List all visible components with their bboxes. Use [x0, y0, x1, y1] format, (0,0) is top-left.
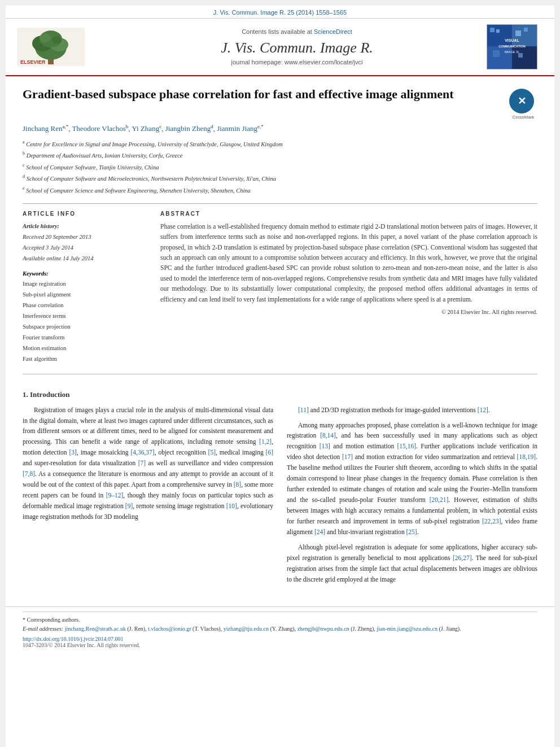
ref-6: [6]	[266, 449, 273, 456]
intro-col-left: Registration of images plays a crucial r…	[23, 405, 273, 590]
keyword-4: Interference terms	[23, 311, 147, 322]
ref-12: [12]	[478, 407, 488, 413]
ref-22-23: [22,23]	[482, 518, 501, 525]
author-1: Jinchang Ren	[23, 124, 62, 133]
ref-18-19: [18,19]	[517, 453, 536, 460]
homepage-text: journal homepage: www.elsevier.com/locat…	[231, 59, 363, 65]
crossmark-icon: ✕	[518, 95, 526, 107]
keyword-1: Image registration	[23, 279, 147, 290]
corner-visual-icon: VISUAL COMMUNICATION IMAGE R.	[487, 25, 537, 69]
journal-header: ELSEVIER Contents lists available at Sci…	[6, 19, 554, 76]
email-label: E-mail addresses:	[23, 626, 63, 632]
intro-body: Registration of images plays a crucial r…	[23, 405, 537, 590]
crossmark-label: CrossMark	[509, 115, 537, 120]
article-title: Gradient-based subspace phase correlatio…	[23, 86, 485, 103]
ref-24: [24]	[314, 528, 325, 535]
article-info-col: ARTICLE INFO Article history: Received 2…	[23, 211, 147, 365]
author-4: Jiangbin Zheng	[165, 124, 211, 133]
abstract-text: Phase correlation is a well-established …	[160, 221, 537, 304]
elsevier-tree-icon: ELSEVIER	[17, 28, 85, 66]
ref-1-2: [1,2]	[259, 438, 272, 445]
journal-citation: J. Vis. Commun. Image R. 25 (2014) 1558–…	[213, 9, 347, 16]
article-info-abstract-section: ARTICLE INFO Article history: Received 2…	[23, 203, 537, 365]
history-title: Article history:	[23, 221, 147, 232]
ref-8-14: [8,14]	[320, 432, 336, 439]
crossmark-badge[interactable]: ✕ CrossMark	[509, 89, 537, 117]
ref-10: [10]	[226, 503, 237, 509]
keyword-7: Motion estimation	[23, 343, 147, 354]
keywords-title: Keywords:	[23, 270, 147, 277]
ref-13: [13]	[320, 443, 330, 449]
email-note: E-mail addresses: jinchang.Ren@strath.ac…	[23, 624, 537, 634]
abstract-heading: ABSTRACT	[160, 211, 537, 217]
article-content: Gradient-based subspace phase correlatio…	[6, 76, 554, 601]
abstract-col: ABSTRACT Phase correlation is a well-est…	[160, 211, 537, 365]
ref-26-27: [26,27]	[453, 554, 472, 561]
keyword-5: Subspace projection	[23, 322, 147, 333]
intro-text-left: Registration of images plays a crucial r…	[23, 405, 273, 523]
keyword-2: Sub-pixel alignment	[23, 290, 147, 300]
received-date: Received 20 September 2013	[23, 232, 147, 243]
journal-title: J. Vis. Commun. Image R.	[107, 40, 487, 56]
author-4-sup: d	[211, 124, 213, 129]
accepted-date: Accepted 3 July 2014	[23, 243, 147, 254]
ref-4-36-37: [4,36,37]	[130, 449, 154, 456]
svg-rect-14	[490, 28, 495, 32]
available-date: Available online 14 July 2014	[23, 254, 147, 264]
ref-17: [17]	[342, 453, 353, 460]
authors-line: Jinchang Rena,*, Theodore Vlachosb, Yi Z…	[23, 123, 537, 135]
affiliation-b: b Department of Audiovisual Arts, Ionian…	[23, 150, 537, 160]
email-yizhang[interactable]: yizhang@tju.edu.cn	[224, 626, 269, 632]
abstract-copyright: © 2014 Elsevier Inc. All rights reserved…	[160, 309, 537, 315]
affiliation-e: e School of Computer Science and Softwar…	[23, 185, 537, 195]
svg-rect-17	[524, 28, 528, 32]
affiliations: a Centre for Excellence in Signal and Im…	[23, 138, 537, 195]
footer: * Corresponding authors. E-mail addresse…	[6, 606, 554, 654]
email-zheng[interactable]: zhengjb@nwpu.edu.cn	[298, 626, 349, 632]
affiliation-d: d School of Computer Software and Microe…	[23, 173, 537, 184]
email-jinchang[interactable]: jinchang.Ren@strath.ac.uk	[65, 626, 126, 632]
ref-20-21: [20,21]	[430, 496, 449, 503]
author-3: Yi Zhang	[132, 124, 159, 133]
svg-rect-15	[496, 29, 500, 33]
intro-para-right-1: [11] and 2D/3D registration methods for …	[287, 405, 537, 416]
article-info-heading: ARTICLE INFO	[23, 211, 147, 217]
author-2-sup: b	[126, 124, 129, 129]
section-number: 1. Introduction	[23, 390, 70, 399]
intro-para-left: Registration of images plays a crucial r…	[23, 405, 273, 523]
ref-9-12: [9–12]	[106, 492, 124, 499]
affiliation-a: a Centre for Excellence in Signal and Im…	[23, 138, 537, 149]
svg-text:VISUAL: VISUAL	[505, 38, 519, 42]
ref-25: [25]	[406, 528, 417, 535]
intro-para-right-2: Among many approaches proposed, phase co…	[287, 420, 537, 538]
svg-rect-13	[512, 46, 537, 69]
svg-rect-12	[487, 46, 512, 69]
article-history: Article history: Received 20 September 2…	[23, 221, 147, 264]
ref-15-16: [15,16]	[397, 443, 417, 449]
email-vlachos[interactable]: t.vlachos@ionio.gr	[148, 626, 191, 632]
journal-homepage: journal homepage: www.elsevier.com/locat…	[107, 59, 487, 65]
email-jiang[interactable]: jian-min.jiang@szu.edu.cn	[377, 626, 438, 632]
intro-text-right: [11] and 2D/3D registration methods for …	[287, 405, 537, 586]
author-3-sup: c	[159, 124, 161, 129]
author-5-sup: e,*	[257, 124, 264, 129]
journal-header-center: Contents lists available at ScienceDirec…	[107, 28, 487, 65]
elsevier-logo-area: ELSEVIER	[17, 28, 107, 66]
svg-rect-19	[518, 53, 523, 58]
sciencedirect-link[interactable]: ScienceDirect	[314, 28, 352, 35]
top-banner: J. Vis. Commun. Image R. 25 (2014) 1558–…	[6, 6, 554, 19]
doi-link[interactable]: http://dx.doi.org/10.1016/j.jvcir.2014.0…	[23, 636, 537, 642]
intro-col-right: [11] and 2D/3D registration methods for …	[287, 405, 537, 590]
keyword-6: Fourier transform	[23, 333, 147, 343]
author-2: Theodore Vlachos	[72, 124, 125, 133]
ref-7-8: [7,8]	[23, 470, 35, 477]
corner-image-area: VISUAL COMMUNICATION IMAGE R.	[487, 24, 543, 69]
page: J. Vis. Commun. Image R. 25 (2014) 1558–…	[6, 6, 554, 747]
ref-9: [9]	[125, 503, 133, 509]
corresponding-authors-note: * Corresponding authors.	[23, 617, 537, 623]
contents-text: Contents lists available at	[242, 28, 312, 35]
svg-text:IMAGE R.: IMAGE R.	[504, 50, 519, 54]
author-1-sup: a,*	[62, 124, 68, 129]
ref-8: [8]	[234, 481, 241, 488]
corner-journal-image: VISUAL COMMUNICATION IMAGE R.	[487, 24, 537, 69]
